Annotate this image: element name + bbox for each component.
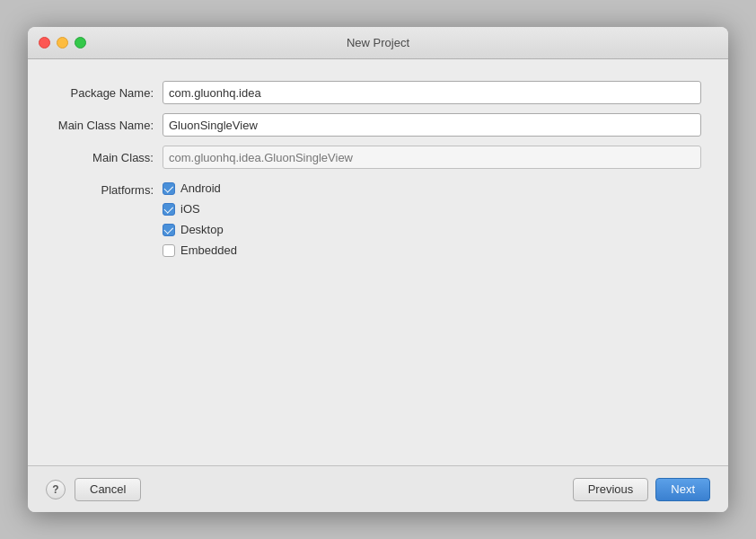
platforms-row: Platforms: Android iOS Desktop	[55, 181, 701, 257]
embedded-checkbox[interactable]	[163, 244, 175, 257]
embedded-checkbox-row[interactable]: Embedded	[163, 243, 237, 257]
dialog-footer: ? Cancel Previous Next	[28, 465, 728, 512]
platforms-checkboxes: Android iOS Desktop Embedded	[163, 181, 237, 257]
help-button[interactable]: ?	[46, 480, 66, 499]
footer-left: ? Cancel	[46, 478, 141, 501]
main-class-name-label: Main Class Name:	[55, 119, 163, 132]
dialog-content: Package Name: Main Class Name: Main Clas…	[28, 59, 728, 465]
android-label: Android	[180, 181, 221, 195]
close-button[interactable]	[39, 37, 50, 49]
main-class-name-input[interactable]	[163, 113, 701, 137]
next-button[interactable]: Next	[655, 478, 710, 501]
titlebar: New Project	[28, 27, 728, 59]
desktop-checkbox-row[interactable]: Desktop	[163, 223, 237, 236]
previous-button[interactable]: Previous	[573, 478, 649, 501]
window-title: New Project	[347, 36, 409, 49]
main-class-label: Main Class:	[55, 151, 163, 164]
desktop-label: Desktop	[180, 223, 224, 236]
platforms-label: Platforms:	[55, 181, 163, 197]
package-name-label: Package Name:	[55, 86, 163, 100]
ios-checkbox[interactable]	[163, 203, 175, 216]
main-class-name-row: Main Class Name:	[55, 113, 701, 137]
new-project-window: New Project Package Name: Main Class Nam…	[28, 27, 728, 512]
package-name-input[interactable]	[163, 81, 701, 104]
ios-checkbox-row[interactable]: iOS	[163, 202, 237, 216]
footer-right: Previous Next	[573, 478, 710, 501]
embedded-label: Embedded	[180, 243, 237, 257]
maximize-button[interactable]	[75, 37, 86, 49]
main-class-input	[163, 146, 701, 169]
minimize-button[interactable]	[57, 37, 68, 49]
ios-label: iOS	[180, 202, 200, 216]
main-class-row: Main Class:	[55, 146, 701, 169]
android-checkbox[interactable]	[163, 182, 175, 195]
form-area: Package Name: Main Class Name: Main Clas…	[55, 81, 701, 257]
android-checkbox-row[interactable]: Android	[163, 181, 237, 195]
desktop-checkbox[interactable]	[163, 224, 175, 236]
package-name-row: Package Name:	[55, 81, 701, 104]
traffic-lights	[39, 37, 86, 49]
cancel-button[interactable]: Cancel	[75, 478, 141, 501]
